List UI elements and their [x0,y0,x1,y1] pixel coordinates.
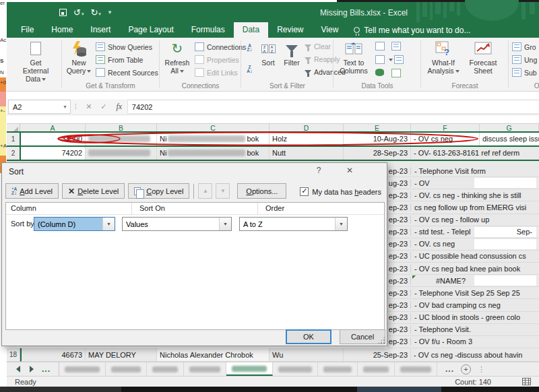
name-box[interactable]: A2 ▼ [8,100,71,114]
tell-me-box[interactable]: Tell me what you want to do... [347,22,477,38]
sheet-tab[interactable] [184,362,226,376]
grid-row[interactable]: ep-23- OV bad cramping cs neg [387,299,539,311]
cell-note[interactable]: - Telephone Visit. [411,325,471,333]
cell-c18[interactable]: Nicholas Alexander Chrobok [157,348,270,362]
dialog-close-icon[interactable]: ✕ [341,166,358,178]
new-query-button[interactable]: New Query [65,40,93,75]
cell-note[interactable]: - OV [411,179,430,187]
enter-entry-icon[interactable]: ✓ [96,102,111,111]
name-box-caret-icon[interactable]: ▼ [63,104,67,109]
redo-button[interactable]: ↻▾ [90,6,100,18]
tab-home[interactable]: Home [42,22,82,38]
sheet-tab-active[interactable] [226,362,273,376]
cancel-button[interactable]: Cancel [340,329,385,344]
from-table-button[interactable]: From Table [96,55,143,64]
cell-b1[interactable] [86,132,157,146]
dropdown-arrow-icon[interactable]: ▼ [335,218,347,230]
dropdown-arrow-icon[interactable]: ▼ [219,218,231,230]
next-sheet-icon[interactable] [30,366,34,372]
manage-data-model-button[interactable] [391,69,401,77]
cell-a2-active[interactable]: 74202 [20,146,86,160]
add-level-button[interactable]: ⁺AZ↓ Add Level [5,183,59,199]
grid-row[interactable]: ep-23- std test. - TeleplSep- [387,226,539,238]
new-sheet-icon[interactable]: + [461,364,471,374]
insert-function-icon[interactable]: fx [111,102,127,112]
subtotal-button[interactable]: Sub [512,68,537,77]
what-if-analysis-button[interactable]: ? What-If Analysis [424,40,462,75]
sort-button[interactable]: ZAAZ Sort [257,40,279,67]
cell-date[interactable]: ep-23 [387,216,411,224]
grid-row[interactable]: ep-23- OV cs neg bad knee pain book [387,263,539,275]
forecast-sheet-button[interactable]: Forecast Sheet [464,40,502,75]
group-button[interactable]: Gro [512,42,536,51]
cell-e1[interactable]: 10-Aug-23 [344,132,411,146]
grid-row[interactable]: ep-23- UC possible head consussion cs [387,251,539,263]
cell-a1[interactable]: 33500 [20,132,86,146]
more-sheets-right[interactable]: ... [445,364,454,374]
cell-date[interactable]: ep-23 [387,325,411,333]
grid-row[interactable]: ep-23#NAME? [387,275,539,287]
tab-data[interactable]: Data [234,22,268,38]
cell-note[interactable]: - OV cs neg bad knee pain book [411,265,520,273]
customize-qat-icon[interactable]: ▾ [108,9,112,15]
cell-f1[interactable]: - OV cs neg [411,132,480,146]
sort-ascending-button[interactable]: AZ↓ [243,42,256,53]
checkbox-checked-icon[interactable] [300,187,309,196]
cell-date[interactable]: ep-23 [387,265,411,273]
cell-e18[interactable]: 25-Sep-23 [344,348,411,362]
tab-page-layout[interactable]: Page Layout [119,22,182,38]
copy-level-button[interactable]: Copy Level [128,183,189,199]
flash-fill-button[interactable] [375,42,385,51]
cell-date[interactable]: ep-23 [387,167,411,175]
cell-note[interactable]: - Telephone Visit form [411,167,486,175]
tab-file[interactable]: File [12,22,42,38]
cell-note[interactable]: - OV. cs neg [411,240,455,248]
relationships-button[interactable] [375,69,384,76]
dialog-help-icon[interactable]: ? [310,166,327,178]
previous-sheet-icon[interactable] [16,366,20,372]
delete-level-button[interactable]: ✕ Delete Level [62,183,125,199]
grid-row[interactable]: ep-23- OV. cs neg - thinking she is stil… [387,189,539,201]
order-dropdown[interactable]: A to Z ▼ [239,217,348,231]
cell-f2[interactable]: - OV- 613-263-8161 ref ref derm [411,146,539,160]
grid-row[interactable]: ep-23- Telephone Visit Sep 25 Sep 25 [387,287,539,299]
data-validation-button[interactable] [375,55,393,64]
tab-view[interactable]: View [313,22,348,38]
cell-e2[interactable]: 28-Sep-23 [344,146,411,160]
cancel-entry-icon[interactable]: ✕ [82,102,96,111]
cell-d18[interactable]: Wu [270,348,344,362]
cell-note[interactable]: - OV bad cramping cs neg [411,301,501,309]
connections-button[interactable]: Connections [195,42,246,51]
sheet-tab[interactable] [59,362,106,376]
filter-button[interactable]: Filter [280,40,303,67]
grid-row[interactable]: ep-23cs neg follow up from EMERG visi [387,201,539,214]
cell-extra[interactable]: Sep- [517,228,532,236]
ungroup-button[interactable]: Ung [512,55,537,64]
cell-b18[interactable]: MAY DELORY [86,348,157,362]
cell-d1[interactable]: Holz [270,132,344,146]
grid-row[interactable]: ep-23- OV. cs neg [387,238,539,251]
cell-date[interactable]: ep-23 [387,277,411,285]
cell-note[interactable]: - Telephone Visit Sep 25 Sep 25 [411,289,520,297]
cell-date[interactable]: ep-23 [387,203,411,211]
consolidate-button[interactable] [394,55,404,64]
sort-descending-button[interactable]: ZA↓ [243,63,256,75]
cell-d2[interactable]: Nutt [270,146,344,160]
sheet-tab[interactable] [106,362,147,376]
recent-sources-button[interactable]: Recent Sources [96,68,158,77]
cell-note[interactable]: - OV. cs neg - thinking she is still [411,191,521,199]
tab-insert[interactable]: Insert [82,22,119,38]
row-header-2[interactable]: 2 [7,146,20,160]
sheet-tab[interactable] [318,362,358,376]
row-header-1[interactable]: 1 [7,132,20,146]
show-queries-button[interactable]: Show Queries [96,42,152,51]
cell-date[interactable]: ep-23 [387,252,411,260]
tab-formulas[interactable]: Formulas [183,22,234,38]
cell-note[interactable]: #NAME? [411,277,478,285]
sort-on-dropdown[interactable]: Values ▼ [122,217,232,231]
cell-c2[interactable]: Ni bok [157,146,270,160]
more-sheets-left[interactable]: ... [42,364,51,374]
grid-row[interactable]: ep-23- OV cs neg - follow up [387,214,539,226]
grid-row[interactable]: ep-23- Telephone Visit form [387,165,539,177]
tab-review[interactable]: Review [268,22,312,38]
